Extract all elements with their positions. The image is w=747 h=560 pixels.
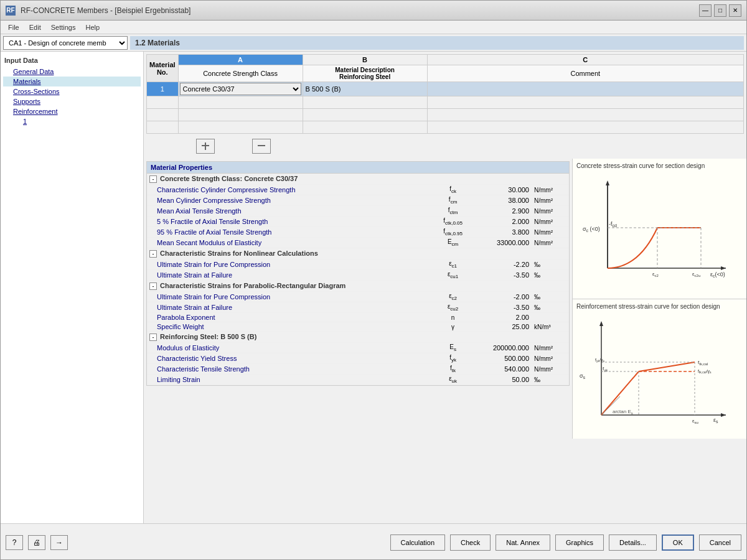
col-a-sub: Concrete Strength Class (178, 65, 303, 82)
add-row-button[interactable] (196, 139, 215, 154)
maximize-button[interactable]: □ (714, 4, 726, 17)
menu-help[interactable]: Help (80, 22, 105, 32)
prop-row-n: Parabola Exponent n 2.00 (147, 313, 569, 322)
title-bar: RF RF-CONCRETE Members - [Beispiel Ergeb… (1, 1, 746, 21)
reinforcement-chart: Reinforcement stress-strain curve for se… (573, 299, 746, 439)
prop-row-euk: Limiting Strain εuk 50.00 ‰ (147, 375, 569, 385)
concrete-dropdown[interactable]: Concrete C30/37 (180, 83, 301, 95)
export-icon-button[interactable]: → (50, 535, 68, 550)
svg-marker-6 (606, 180, 609, 185)
sidebar-item-materials[interactable]: Materials (3, 77, 141, 86)
materials-table: MaterialNo. A B C Concrete Strength Clas… (146, 54, 744, 134)
col-c-header: C (427, 55, 743, 65)
svg-text:ftk,cal/γs: ftk,cal/γs (698, 369, 712, 374)
sidebar-item-supports[interactable]: Supports (3, 96, 141, 106)
menu-bar: File Edit Settings Help (1, 21, 746, 34)
prop-row-gamma: Specific Weight γ 25.00 kN/m³ (147, 322, 569, 332)
check-button[interactable]: Check (450, 534, 491, 551)
collapse-parabolic-btn[interactable]: - (149, 282, 157, 290)
calculation-button[interactable]: Calculation (390, 534, 445, 551)
col-b-desc: Material DescriptionReinforcing Steel (303, 65, 427, 82)
svg-text:εc2u: εc2u (692, 271, 700, 278)
prop-row-ec1: Ultimate Strain for Pure Compression εc1… (147, 259, 569, 270)
main-window: RF RF-CONCRETE Members - [Beispiel Ergeb… (0, 0, 747, 560)
concrete-section-header: - Concrete Strength Class: Concrete C30/… (147, 174, 569, 185)
svg-text:εs: εs (713, 417, 718, 424)
delete-row-button[interactable] (252, 139, 271, 154)
sidebar-item-reinforcement-1[interactable]: 1 (3, 116, 141, 126)
reinforcement-chart-title: Reinforcement stress-strain curve for se… (576, 303, 743, 310)
svg-text:εc2: εc2 (652, 271, 659, 278)
sidebar: Input Data General Data Materials Cross-… (1, 52, 144, 523)
sidebar-item-cross-sections[interactable]: Cross-Sections (3, 86, 141, 96)
cancel-button[interactable]: Cancel (699, 534, 741, 551)
concrete-chart-svg: σc (<0) -fcd εc2 εc2u εc(<0) (576, 172, 738, 284)
properties-table: - Concrete Strength Class: Concrete C30/… (147, 174, 569, 385)
svg-text:σc (<0): σc (<0) (583, 226, 600, 233)
lower-section: Material Properties - Concrete Strength … (144, 159, 746, 439)
parabolic-section-header: - Characteristic Strains for Parabolic-R… (147, 281, 569, 292)
concrete-class-cell[interactable]: Concrete C30/37 (178, 82, 303, 96)
details-button[interactable]: Details... (609, 534, 657, 551)
help-icon-button[interactable]: ? (6, 535, 23, 550)
table-row[interactable]: 1 Concrete C30/37 B 500 S (B) (147, 82, 744, 96)
svg-marker-7 (721, 266, 726, 270)
main-content: Input Data General Data Materials Cross-… (1, 52, 746, 523)
prop-row-fctk095: 95 % Fractile of Axial Tensile Strength … (147, 227, 569, 238)
svg-marker-19 (721, 413, 726, 417)
svg-text:-fcd: -fcd (609, 221, 617, 228)
prop-row-ftk: Characteristic Tensile Strength ftk 540.… (147, 364, 569, 375)
properties-area: Material Properties - Concrete Strength … (144, 159, 572, 439)
sidebar-item-reinforcement[interactable]: Reinforcement (3, 106, 141, 116)
section-title: 1.2 Materials (130, 36, 744, 50)
app-icon: RF (6, 6, 16, 16)
graphics-button[interactable]: Graphics (555, 534, 604, 551)
svg-rect-1 (205, 142, 206, 150)
svg-marker-17 (599, 321, 603, 326)
close-button[interactable]: ✕ (729, 4, 741, 17)
sidebar-header: Input Data (3, 54, 141, 67)
steel-section-header: - Reinforcing Steel: B 500 S (B) (147, 332, 569, 343)
print-icon-button[interactable]: 🖨 (28, 535, 45, 550)
svg-text:fyk/γs: fyk/γs (595, 358, 604, 363)
prop-row-ecu1: Ultimate Strain at Failure εcu1 -3.50 ‰ (147, 270, 569, 281)
menu-file[interactable]: File (3, 22, 24, 32)
col-matno-header: MaterialNo. (147, 55, 179, 82)
prop-row-fck: Characteristic Cylinder Compressive Stre… (147, 185, 569, 195)
window-title: RF-CONCRETE Members - [Beispiel Ergebnis… (21, 6, 699, 15)
materials-table-container: MaterialNo. A B C Concrete Strength Clas… (144, 52, 746, 159)
collapse-concrete-btn[interactable]: - (149, 175, 157, 183)
sidebar-item-general[interactable]: General Data (3, 67, 141, 77)
reinforcement-chart-svg: arctan Es σs fyk fyk/γs ftk,cal ftk,cal/… (576, 312, 738, 431)
steel-cell: B 500 S (B) (303, 82, 427, 96)
comment-cell (427, 82, 743, 96)
menu-settings[interactable]: Settings (46, 22, 81, 32)
table-buttons (146, 136, 744, 156)
nat-annex-button[interactable]: Nat. Annex (496, 534, 550, 551)
concrete-chart-title: Concrete stress-strain curve for section… (576, 162, 743, 169)
collapse-steel-btn[interactable]: - (149, 334, 157, 341)
toolbar: CA1 - Design of concrete memb 1.2 Materi… (1, 34, 746, 52)
content-area: MaterialNo. A B C Concrete Strength Clas… (144, 52, 746, 523)
prop-row-fctk005: 5 % Fractile of Axial Tensile Strength f… (147, 217, 569, 227)
nonlinear-section-header: - Characteristic Strains for Nonlinear C… (147, 248, 569, 259)
prop-row-ec2: Ultimate Strain for Pure Compression εc2… (147, 292, 569, 302)
action-buttons: Calculation Check Nat. Annex Graphics De… (390, 534, 741, 551)
menu-edit[interactable]: Edit (24, 22, 46, 32)
prop-row-fctm: Mean Axial Tensile Strength fctm 2.900 N… (147, 206, 569, 217)
ok-button[interactable]: OK (662, 534, 694, 551)
properties-header: Material Properties (147, 162, 569, 174)
prop-row-fyk: Characteristic Yield Stress fyk 500.000 … (147, 353, 569, 364)
svg-text:σs: σs (580, 373, 586, 380)
collapse-nonlinear-btn[interactable]: - (149, 250, 157, 258)
prop-row-fcm: Mean Cylinder Compressive Strength fcm 3… (147, 195, 569, 206)
col-c-sub: Comment (427, 65, 743, 82)
prop-row-ecu2: Ultimate Strain at Failure εcu2 -3.50 ‰ (147, 302, 569, 313)
svg-text:εsu: εsu (692, 418, 698, 424)
svg-text:fyk: fyk (603, 366, 608, 372)
svg-rect-2 (258, 145, 265, 146)
case-dropdown[interactable]: CA1 - Design of concrete memb (3, 36, 128, 50)
minimize-button[interactable]: — (699, 4, 712, 17)
col-a-header: A (178, 55, 303, 65)
table-row-empty3 (147, 121, 744, 134)
